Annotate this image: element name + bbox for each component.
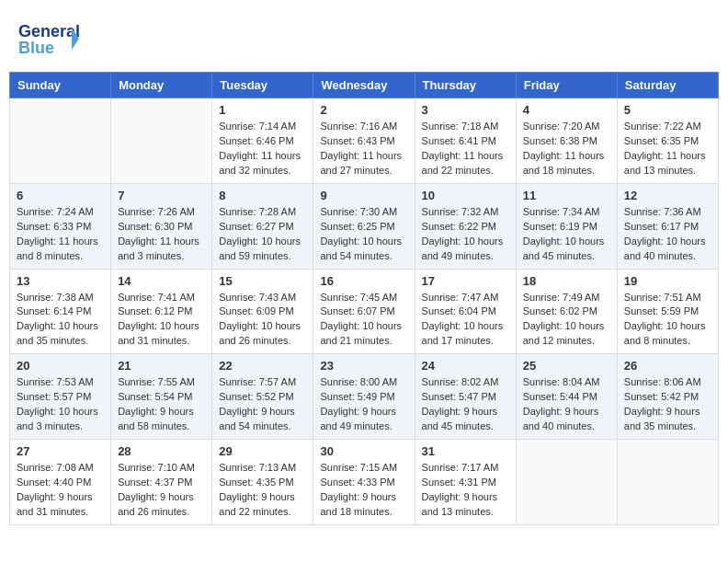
day-cell: 22Sunrise: 7:57 AMSunset: 5:52 PMDayligh… <box>212 354 313 440</box>
day-number: 15 <box>219 274 306 288</box>
day-info: Sunrise: 7:32 AMSunset: 6:22 PMDaylight:… <box>422 205 509 264</box>
day-info: Sunrise: 7:49 AMSunset: 6:02 PMDaylight:… <box>523 291 610 350</box>
svg-text:General: General <box>18 22 80 40</box>
day-cell: 16Sunrise: 7:45 AMSunset: 6:07 PMDayligh… <box>313 269 415 354</box>
day-cell: 19Sunrise: 7:51 AMSunset: 5:59 PMDayligh… <box>617 269 718 354</box>
day-number: 26 <box>624 359 711 373</box>
day-number: 17 <box>422 274 509 288</box>
day-info: Sunrise: 7:24 AMSunset: 6:33 PMDaylight:… <box>17 205 104 264</box>
day-info: Sunrise: 7:26 AMSunset: 6:30 PMDaylight:… <box>118 205 205 264</box>
day-cell: 27Sunrise: 7:08 AMSunset: 4:40 PMDayligh… <box>10 440 111 525</box>
day-info: Sunrise: 7:10 AMSunset: 4:37 PMDaylight:… <box>118 461 205 520</box>
day-cell <box>617 440 718 525</box>
day-info: Sunrise: 8:02 AMSunset: 5:47 PMDaylight:… <box>422 375 509 434</box>
col-header-wednesday: Wednesday <box>313 73 415 98</box>
day-info: Sunrise: 7:41 AMSunset: 6:12 PMDaylight:… <box>118 291 205 350</box>
col-header-friday: Friday <box>516 73 617 98</box>
day-number: 10 <box>422 189 509 202</box>
day-number: 4 <box>523 103 610 117</box>
day-number: 12 <box>624 189 711 202</box>
week-row-4: 20Sunrise: 7:53 AMSunset: 5:57 PMDayligh… <box>10 354 719 440</box>
day-info: Sunrise: 7:55 AMSunset: 5:54 PMDaylight:… <box>118 375 205 434</box>
day-cell: 6Sunrise: 7:24 AMSunset: 6:33 PMDaylight… <box>10 183 111 269</box>
day-number: 23 <box>320 359 407 373</box>
day-info: Sunrise: 8:04 AMSunset: 5:44 PMDaylight:… <box>523 375 610 434</box>
day-number: 29 <box>219 444 306 458</box>
day-number: 19 <box>624 274 711 288</box>
day-info: Sunrise: 7:20 AMSunset: 6:38 PMDaylight:… <box>523 120 610 178</box>
week-row-2: 6Sunrise: 7:24 AMSunset: 6:33 PMDaylight… <box>10 183 719 269</box>
logo: GeneralBlue <box>18 18 83 60</box>
day-number: 18 <box>523 274 610 288</box>
day-info: Sunrise: 7:15 AMSunset: 4:33 PMDaylight:… <box>320 461 407 520</box>
day-info: Sunrise: 7:16 AMSunset: 6:43 PMDaylight:… <box>320 120 407 178</box>
day-number: 20 <box>17 359 104 373</box>
day-info: Sunrise: 7:28 AMSunset: 6:27 PMDaylight:… <box>219 205 306 264</box>
day-info: Sunrise: 7:13 AMSunset: 4:35 PMDaylight:… <box>219 461 306 520</box>
day-cell: 8Sunrise: 7:28 AMSunset: 6:27 PMDaylight… <box>212 183 313 269</box>
day-cell: 13Sunrise: 7:38 AMSunset: 6:14 PMDayligh… <box>10 269 111 354</box>
day-cell: 14Sunrise: 7:41 AMSunset: 6:12 PMDayligh… <box>111 269 212 354</box>
day-info: Sunrise: 7:18 AMSunset: 6:41 PMDaylight:… <box>422 120 509 178</box>
day-number: 11 <box>523 189 610 202</box>
day-cell: 23Sunrise: 8:00 AMSunset: 5:49 PMDayligh… <box>313 354 415 440</box>
day-info: Sunrise: 8:00 AMSunset: 5:49 PMDaylight:… <box>320 375 407 434</box>
page-header: GeneralBlue <box>9 9 719 64</box>
day-info: Sunrise: 7:17 AMSunset: 4:31 PMDaylight:… <box>422 461 509 520</box>
day-cell: 4Sunrise: 7:20 AMSunset: 6:38 PMDaylight… <box>516 98 617 184</box>
day-cell: 31Sunrise: 7:17 AMSunset: 4:31 PMDayligh… <box>415 440 516 525</box>
day-cell: 3Sunrise: 7:18 AMSunset: 6:41 PMDaylight… <box>415 98 516 184</box>
day-number: 13 <box>17 274 104 288</box>
day-number: 14 <box>118 274 205 288</box>
day-cell: 26Sunrise: 8:06 AMSunset: 5:42 PMDayligh… <box>617 354 718 440</box>
day-cell: 7Sunrise: 7:26 AMSunset: 6:30 PMDaylight… <box>111 183 212 269</box>
day-cell: 20Sunrise: 7:53 AMSunset: 5:57 PMDayligh… <box>10 354 111 440</box>
day-cell: 1Sunrise: 7:14 AMSunset: 6:46 PMDaylight… <box>212 98 313 184</box>
day-info: Sunrise: 7:43 AMSunset: 6:09 PMDaylight:… <box>219 291 306 350</box>
week-row-1: 1Sunrise: 7:14 AMSunset: 6:46 PMDaylight… <box>10 98 719 184</box>
day-cell: 24Sunrise: 8:02 AMSunset: 5:47 PMDayligh… <box>415 354 516 440</box>
day-cell: 18Sunrise: 7:49 AMSunset: 6:02 PMDayligh… <box>516 269 617 354</box>
day-cell: 12Sunrise: 7:36 AMSunset: 6:17 PMDayligh… <box>617 183 718 269</box>
day-cell: 10Sunrise: 7:32 AMSunset: 6:22 PMDayligh… <box>415 183 516 269</box>
day-number: 24 <box>422 359 509 373</box>
day-number: 30 <box>320 444 407 458</box>
day-cell: 21Sunrise: 7:55 AMSunset: 5:54 PMDayligh… <box>111 354 212 440</box>
col-header-sunday: Sunday <box>10 73 111 98</box>
day-number: 28 <box>118 444 205 458</box>
day-cell: 17Sunrise: 7:47 AMSunset: 6:04 PMDayligh… <box>415 269 516 354</box>
day-number: 2 <box>320 103 407 117</box>
day-cell: 15Sunrise: 7:43 AMSunset: 6:09 PMDayligh… <box>212 269 313 354</box>
day-info: Sunrise: 7:34 AMSunset: 6:19 PMDaylight:… <box>523 205 610 264</box>
day-info: Sunrise: 7:57 AMSunset: 5:52 PMDaylight:… <box>219 375 306 434</box>
day-number: 25 <box>523 359 610 373</box>
day-info: Sunrise: 7:53 AMSunset: 5:57 PMDaylight:… <box>17 375 104 434</box>
day-cell: 25Sunrise: 8:04 AMSunset: 5:44 PMDayligh… <box>516 354 617 440</box>
week-row-5: 27Sunrise: 7:08 AMSunset: 4:40 PMDayligh… <box>10 440 719 525</box>
day-info: Sunrise: 7:22 AMSunset: 6:35 PMDaylight:… <box>624 120 711 178</box>
day-info: Sunrise: 7:47 AMSunset: 6:04 PMDaylight:… <box>422 291 509 350</box>
col-header-thursday: Thursday <box>415 73 516 98</box>
header-row: SundayMondayTuesdayWednesdayThursdayFrid… <box>10 73 719 98</box>
col-header-tuesday: Tuesday <box>212 73 313 98</box>
day-info: Sunrise: 7:38 AMSunset: 6:14 PMDaylight:… <box>17 291 104 350</box>
day-cell <box>111 98 212 184</box>
day-number: 31 <box>422 444 509 458</box>
day-number: 27 <box>17 444 104 458</box>
day-cell <box>516 440 617 525</box>
day-info: Sunrise: 7:51 AMSunset: 5:59 PMDaylight:… <box>624 291 711 350</box>
day-number: 8 <box>219 189 306 202</box>
day-number: 1 <box>219 103 306 117</box>
day-info: Sunrise: 7:36 AMSunset: 6:17 PMDaylight:… <box>624 205 711 264</box>
week-row-3: 13Sunrise: 7:38 AMSunset: 6:14 PMDayligh… <box>10 269 719 354</box>
day-cell: 30Sunrise: 7:15 AMSunset: 4:33 PMDayligh… <box>313 440 415 525</box>
day-cell: 28Sunrise: 7:10 AMSunset: 4:37 PMDayligh… <box>111 440 212 525</box>
day-number: 3 <box>422 103 509 117</box>
day-cell: 5Sunrise: 7:22 AMSunset: 6:35 PMDaylight… <box>617 98 718 184</box>
day-cell: 9Sunrise: 7:30 AMSunset: 6:25 PMDaylight… <box>313 183 415 269</box>
day-info: Sunrise: 8:06 AMSunset: 5:42 PMDaylight:… <box>624 375 711 434</box>
day-cell: 2Sunrise: 7:16 AMSunset: 6:43 PMDaylight… <box>313 98 415 184</box>
day-number: 22 <box>219 359 306 373</box>
day-info: Sunrise: 7:45 AMSunset: 6:07 PMDaylight:… <box>320 291 407 350</box>
day-info: Sunrise: 7:08 AMSunset: 4:40 PMDaylight:… <box>17 461 104 520</box>
